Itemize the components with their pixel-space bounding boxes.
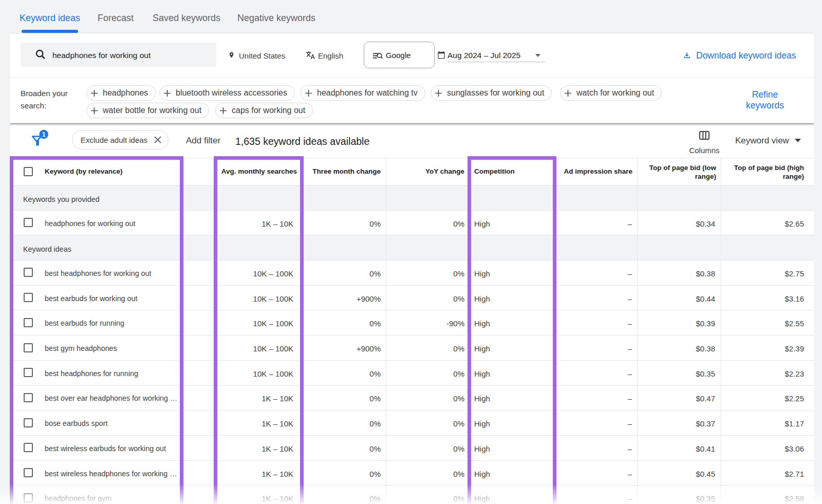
- svg-text:1: 1: [42, 131, 46, 138]
